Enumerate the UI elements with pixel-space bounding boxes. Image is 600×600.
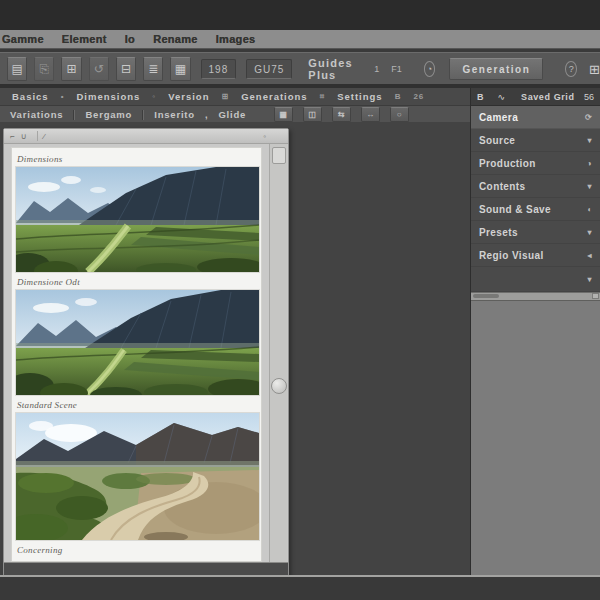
contrast-icon: ◑ [587,159,592,168]
variation-caption-2: Dimensione Odt [17,277,258,287]
split-view-button[interactable]: ◫ [303,107,322,122]
doc-marker-icon: ⌐ [10,132,15,141]
save-icon: ⊞ [67,63,77,75]
comma-label: , [205,109,208,120]
options-divider [142,110,144,120]
bold-icon[interactable]: B [477,92,484,102]
panel-item-sound-save[interactable]: Sound & Save ◖ [471,198,600,221]
fn-label: F1 [391,64,402,74]
layers-icon: ≣ [148,63,158,75]
generation-button[interactable]: Generation [449,58,543,80]
variation-caption-1: Dimensions [17,154,258,164]
undo-button[interactable]: ↺ [89,57,109,81]
panel-item-source[interactable]: Source ▾ [471,129,600,152]
chevron-down-icon: ▾ [588,275,592,284]
chevron-down-icon: ▾ [588,182,592,191]
doc-slash-icon: ⁄ [44,132,45,141]
tab-dimensions[interactable]: Dimensions [76,91,140,102]
app-window: Gamme Element Io Rename Images ▤ ⎘ ⊞ ↺ ⊟… [0,0,600,600]
tabs-row: Basics • Dimensions ◦ Version ⊞ Generati… [0,88,470,105]
menu-item-gamme[interactable]: Gamme [2,33,44,45]
export-button[interactable]: ⊟ [116,57,136,81]
tab-generations[interactable]: Generations [241,91,307,102]
option-variations[interactable]: Variations [10,109,63,120]
tab-version[interactable]: Version [168,91,209,102]
panel-grid-button[interactable]: ⊞ [589,62,600,77]
panel-item-regio-visual[interactable]: Regio Visual ◂ [471,244,600,267]
option-inserito[interactable]: Inserito [154,109,195,120]
hash-separator-icon: ⌗ [320,92,326,102]
triangle-left-icon: ◂ [588,251,592,260]
variation-image-1[interactable] [15,166,260,273]
options-row: Variations Bergamo Inserito , Glide ▦ ◫ … [0,105,470,123]
options-divider [73,110,75,120]
sync-icon: ◔ [427,64,432,74]
refresh-button[interactable]: ○ [390,107,409,122]
unit-field[interactable]: GU75 [246,59,292,79]
new-document-icon: ▤ [11,63,22,75]
crescent-icon: ◖ [587,205,592,214]
panel-item-label: Regio Visual [479,250,544,261]
save-button[interactable]: ⊞ [61,57,81,81]
document-titlebar[interactable]: ⌐ ∪ ⁄ ◦ [4,129,288,144]
grid-separator-icon: ⊞ [221,92,229,101]
panel-item-presets[interactable]: Presets ▾ [471,221,600,244]
tab-settings[interactable]: Settings [337,91,382,102]
menu-item-rename[interactable]: Rename [153,33,198,45]
scale-label: 1 [374,64,379,74]
tab-basics[interactable]: Basics [12,91,49,102]
panel-item-production[interactable]: Production ◑ [471,152,600,175]
right-panel: B ∿ Saved Grid 56 Camera ⟳ Source ▾ Prod… [470,88,600,576]
variation-image-2[interactable] [15,289,260,396]
document-page: Dimensions [11,147,262,562]
panel-count: 56 [584,92,594,102]
thumbnail-grid-button[interactable]: ▦ [274,107,293,122]
variation-image-3[interactable] [15,412,260,541]
document-window: ⌐ ∪ ⁄ ◦ Dimensions [3,128,289,576]
open-folder-button[interactable]: ⎘ [34,57,54,81]
panel-item-label: Source [479,135,515,146]
help-button[interactable]: ? [565,61,577,77]
badge-count: 26 [413,92,424,101]
panel-horizontal-scrollbar[interactable] [471,292,600,301]
guides-plus-label: Guides Plus [308,57,362,81]
panel-item-empty[interactable]: ▾ [471,267,600,292]
help-icon: ? [569,64,574,74]
doc-handle-icon: ∪ [21,132,27,141]
option-bergamo[interactable]: Bergamo [85,109,132,120]
menu-item-element[interactable]: Element [62,33,107,45]
panel-item-camera[interactable]: Camera ⟳ [471,106,600,129]
refresh-icon: ⟳ [585,113,592,122]
menu-bar: Gamme Element Io Rename Images [0,30,600,49]
document-scrollbar[interactable] [269,144,287,562]
zoom-field[interactable]: 198 [201,59,237,79]
wave-icon[interactable]: ∿ [498,92,506,102]
panel-item-contents[interactable]: Contents ▾ [471,175,600,198]
panel-item-label: Camera [479,112,518,123]
grid-view-button[interactable]: ▦ [170,57,190,81]
menu-item-io[interactable]: Io [125,33,135,45]
panel-scrollbar-end-button[interactable] [592,293,599,299]
main-toolbar: ▤ ⎘ ⊞ ↺ ⊟ ≣ ▦ 198 GU75 Guides Plus 1 F1 … [0,52,600,85]
badge-b[interactable]: B [395,92,402,101]
scrollbar-thumb[interactable] [272,147,286,164]
panel-header: B ∿ Saved Grid 56 [471,88,600,106]
canvas-area: ⌐ ∪ ⁄ ◦ Dimensions [0,122,470,575]
fit-width-button[interactable]: ↔ [361,107,380,122]
option-glide[interactable]: Glide [218,109,246,120]
panel-item-label: Presets [479,227,518,238]
thumbnail-grid-icon: ▦ [279,110,287,119]
split-view-icon: ◫ [308,110,316,119]
swap-arrows-button[interactable]: ⇆ [332,107,351,122]
scrollbar-knob[interactable] [271,378,287,394]
variation-caption-4: Concerning [17,545,258,555]
variation-caption-3: Standard Scene [17,400,258,410]
layers-button[interactable]: ≣ [143,57,163,81]
doc-close-icon[interactable]: ◦ [263,132,266,141]
sync-button[interactable]: ◔ [424,61,436,77]
panel-item-label: Sound & Save [479,204,551,215]
panel-scrollbar-thumb[interactable] [473,294,499,298]
menu-item-images[interactable]: Images [216,33,256,45]
new-document-button[interactable]: ▤ [7,57,27,81]
panel-item-label: Production [479,158,536,169]
